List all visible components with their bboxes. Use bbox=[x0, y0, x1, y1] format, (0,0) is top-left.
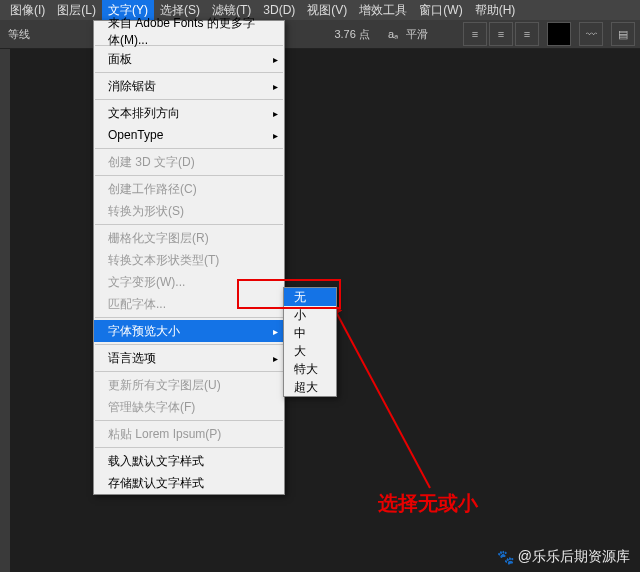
menu-item-update-layers[interactable]: 更新所有文字图层(U) bbox=[94, 374, 284, 396]
menu-item-convert-shape[interactable]: 转换为形状(S) bbox=[94, 200, 284, 222]
menu-item-rasterize[interactable]: 栅格化文字图层(R) bbox=[94, 227, 284, 249]
submenu-medium[interactable]: 中 bbox=[284, 324, 336, 342]
submenu-extra-large[interactable]: 特大 bbox=[284, 360, 336, 378]
align-center-icon[interactable]: ≡ bbox=[489, 22, 513, 46]
menu-layer[interactable]: 图层(L) bbox=[51, 0, 102, 21]
menu-item-more-fonts[interactable]: 来自 Adobe Fonts 的更多字体(M)... bbox=[94, 21, 284, 43]
menu-item-panels[interactable]: 面板▸ bbox=[94, 48, 284, 70]
menu-separator bbox=[95, 420, 283, 421]
panels-toggle-icon[interactable]: ▤ bbox=[611, 22, 635, 46]
warp-text-icon[interactable]: 〰 bbox=[579, 22, 603, 46]
submenu-arrow-icon: ▸ bbox=[273, 326, 278, 337]
menu-separator bbox=[95, 72, 283, 73]
menu-item-font-preview-size[interactable]: 字体预览大小▸ bbox=[94, 320, 284, 342]
submenu-arrow-icon: ▸ bbox=[273, 353, 278, 364]
tool-strip bbox=[0, 48, 10, 572]
menu-item-language[interactable]: 语言选项▸ bbox=[94, 347, 284, 369]
menu-item-load-default-style[interactable]: 载入默认文字样式 bbox=[94, 450, 284, 472]
menu-window[interactable]: 窗口(W) bbox=[413, 0, 468, 21]
watermark: 🐾 @乐乐后期资源库 bbox=[497, 548, 630, 566]
submenu-arrow-icon: ▸ bbox=[273, 108, 278, 119]
menu-view[interactable]: 视图(V) bbox=[301, 0, 353, 21]
watermark-text: @乐乐后期资源库 bbox=[518, 548, 630, 566]
menu-separator bbox=[95, 344, 283, 345]
submenu-arrow-icon: ▸ bbox=[273, 130, 278, 141]
menu-separator bbox=[95, 371, 283, 372]
font-size-value[interactable]: 3.76 点 bbox=[334, 27, 369, 42]
type-menu-dropdown: 来自 Adobe Fonts 的更多字体(M)... 面板▸ 消除锯齿▸ 文本排… bbox=[93, 20, 285, 495]
submenu-large[interactable]: 大 bbox=[284, 342, 336, 360]
submenu-arrow-icon: ▸ bbox=[273, 81, 278, 92]
antialias-glyph: aₐ bbox=[388, 28, 398, 41]
menu-item-create-workpath[interactable]: 创建工作路径(C) bbox=[94, 178, 284, 200]
menu-separator bbox=[95, 317, 283, 318]
menu-item-save-default-style[interactable]: 存储默认文字样式 bbox=[94, 472, 284, 494]
submenu-small[interactable]: 小 bbox=[284, 306, 336, 324]
menu-item-opentype[interactable]: OpenType▸ bbox=[94, 124, 284, 146]
submenu-huge[interactable]: 超大 bbox=[284, 378, 336, 396]
text-color-swatch[interactable] bbox=[547, 22, 571, 46]
menu-separator bbox=[95, 99, 283, 100]
menu-separator bbox=[95, 447, 283, 448]
paw-icon: 🐾 bbox=[497, 549, 514, 565]
app-menubar: 图像(I) 图层(L) 文字(Y) 选择(S) 滤镜(T) 3D(D) 视图(V… bbox=[0, 0, 640, 20]
menu-item-create-3d-text[interactable]: 创建 3D 文字(D) bbox=[94, 151, 284, 173]
submenu-none[interactable]: 无 bbox=[284, 288, 336, 306]
align-right-icon[interactable]: ≡ bbox=[515, 22, 539, 46]
align-left-icon[interactable]: ≡ bbox=[463, 22, 487, 46]
font-preview-size-submenu: 无 小 中 大 特大 超大 bbox=[283, 287, 337, 397]
menu-help[interactable]: 帮助(H) bbox=[469, 0, 522, 21]
menu-image[interactable]: 图像(I) bbox=[4, 0, 51, 21]
font-family-label: 等线 bbox=[8, 27, 30, 42]
menu-item-orientation[interactable]: 文本排列方向▸ bbox=[94, 102, 284, 124]
tutorial-annotation-text: 选择无或小 bbox=[378, 490, 478, 517]
menu-separator bbox=[95, 175, 283, 176]
menu-item-match-font[interactable]: 匹配字体... bbox=[94, 293, 284, 315]
menu-separator bbox=[95, 224, 283, 225]
menu-item-convert-text-shape[interactable]: 转换文本形状类型(T) bbox=[94, 249, 284, 271]
menu-item-antialias[interactable]: 消除锯齿▸ bbox=[94, 75, 284, 97]
menu-item-paste-lorem[interactable]: 粘贴 Lorem Ipsum(P) bbox=[94, 423, 284, 445]
menu-plugins[interactable]: 增效工具 bbox=[353, 0, 413, 21]
menu-item-manage-missing[interactable]: 管理缺失字体(F) bbox=[94, 396, 284, 418]
antialias-value[interactable]: 平滑 bbox=[406, 27, 428, 42]
submenu-arrow-icon: ▸ bbox=[273, 54, 278, 65]
menu-item-warp-text[interactable]: 文字变形(W)... bbox=[94, 271, 284, 293]
menu-separator bbox=[95, 148, 283, 149]
